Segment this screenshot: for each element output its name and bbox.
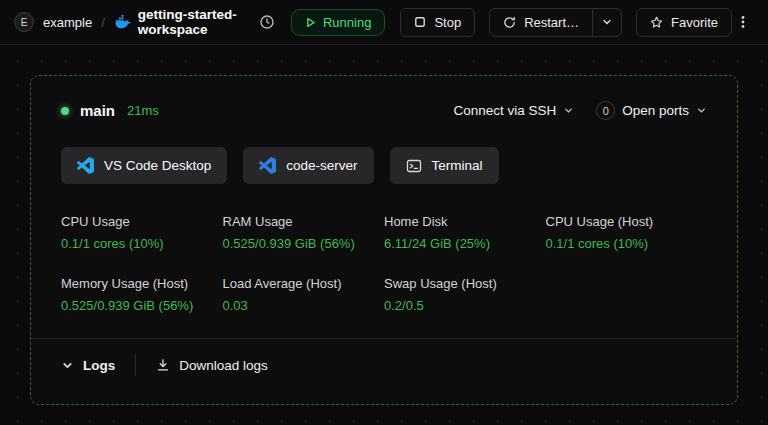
topbar: E example / getting-started-workspace Ru…	[0, 0, 768, 45]
restart-button[interactable]: Restart…	[489, 8, 593, 37]
breadcrumb-separator: /	[101, 15, 105, 30]
download-logs-button[interactable]: Download logs	[156, 358, 268, 373]
chevron-down-icon	[61, 359, 74, 372]
stat-value: 0.525/0.939 GiB (56%)	[223, 236, 385, 251]
download-icon	[156, 358, 170, 372]
code-server-button[interactable]: code-server	[243, 147, 373, 184]
stat-load-average-host: Load Average (Host) 0.03	[223, 276, 385, 313]
stat-label: Memory Usage (Host)	[61, 276, 223, 291]
favorite-label: Favorite	[671, 15, 718, 30]
vscode-icon	[77, 157, 94, 174]
agent-latency: 21ms	[127, 103, 159, 118]
stat-label: CPU Usage	[61, 214, 223, 229]
stat-value: 0.1/1 cores (10%)	[546, 236, 708, 251]
terminal-label: Terminal	[432, 158, 483, 173]
stop-button[interactable]: Stop	[400, 8, 475, 37]
play-icon	[305, 17, 316, 28]
agent-name: main	[80, 102, 115, 119]
stats-grid: CPU Usage 0.1/1 cores (10%) RAM Usage 0.…	[61, 214, 707, 313]
terminal-icon	[406, 158, 422, 174]
code-server-icon	[259, 157, 276, 174]
status-badge: Running	[291, 9, 385, 36]
open-ports-label: Open ports	[622, 103, 689, 118]
org-name[interactable]: example	[43, 15, 92, 30]
stat-value: 0.03	[223, 298, 385, 313]
terminal-button[interactable]: Terminal	[390, 147, 499, 184]
restart-icon	[503, 16, 516, 29]
logs-toggle-button[interactable]: Logs	[61, 358, 115, 373]
stat-value: 0.525/0.939 GiB (56%)	[61, 298, 223, 313]
restart-button-group: Restart…	[489, 8, 622, 37]
workspace-name[interactable]: getting-started-workspace	[138, 7, 240, 37]
restart-label: Restart…	[524, 15, 579, 30]
agent-status-dot	[61, 107, 69, 115]
open-ports-button[interactable]: 0 Open ports	[596, 101, 707, 120]
download-logs-label: Download logs	[179, 358, 268, 373]
stat-label: Load Average (Host)	[223, 276, 385, 291]
chevron-down-icon	[601, 16, 613, 28]
vertical-divider	[135, 354, 136, 376]
stat-cpu-usage-host: CPU Usage (Host) 0.1/1 cores (10%)	[546, 214, 708, 251]
stat-cpu-usage: CPU Usage 0.1/1 cores (10%)	[61, 214, 223, 251]
app-buttons-row: VS Code Desktop code-server Terminal	[61, 147, 707, 184]
status-label: Running	[323, 15, 371, 30]
stop-label: Stop	[434, 15, 461, 30]
workspace-template-icon	[114, 14, 131, 31]
code-server-label: code-server	[286, 158, 357, 173]
chevron-down-icon	[563, 105, 574, 116]
favorite-button[interactable]: Favorite	[636, 8, 732, 37]
restart-options-button[interactable]	[592, 8, 622, 37]
connect-ssh-button[interactable]: Connect via SSH	[453, 103, 574, 118]
stat-label: RAM Usage	[223, 214, 385, 229]
vscode-desktop-button[interactable]: VS Code Desktop	[61, 147, 227, 184]
chevron-down-icon	[696, 105, 707, 116]
connect-ssh-label: Connect via SSH	[453, 103, 556, 118]
vscode-desktop-label: VS Code Desktop	[104, 158, 211, 173]
logs-row: Logs Download logs	[61, 339, 707, 393]
stat-memory-usage-host: Memory Usage (Host) 0.525/0.939 GiB (56%…	[61, 276, 223, 313]
stat-value: 0.1/1 cores (10%)	[61, 236, 223, 251]
stat-label: Swap Usage (Host)	[384, 276, 546, 291]
star-icon	[650, 16, 663, 29]
workspace-agent-card: main 21ms Connect via SSH 0 Open ports	[30, 75, 738, 405]
stat-swap-usage-host: Swap Usage (Host) 0.2/0.5	[384, 276, 546, 313]
main-area: main 21ms Connect via SSH 0 Open ports	[0, 45, 768, 425]
stat-ram-usage: RAM Usage 0.525/0.939 GiB (56%)	[223, 214, 385, 251]
agent-header: main 21ms Connect via SSH 0 Open ports	[61, 101, 707, 120]
more-options-icon[interactable]	[732, 10, 754, 34]
stat-label: CPU Usage (Host)	[546, 214, 708, 229]
stop-icon	[414, 16, 426, 28]
schedule-icon[interactable]	[255, 10, 279, 34]
stat-label: Home Disk	[384, 214, 546, 229]
ports-count-badge: 0	[596, 101, 615, 120]
stat-value: 0.2/0.5	[384, 298, 546, 313]
org-avatar[interactable]: E	[14, 12, 34, 32]
stat-value: 6.11/24 GiB (25%)	[384, 236, 546, 251]
logs-label: Logs	[83, 358, 115, 373]
stat-home-disk: Home Disk 6.11/24 GiB (25%)	[384, 214, 546, 251]
